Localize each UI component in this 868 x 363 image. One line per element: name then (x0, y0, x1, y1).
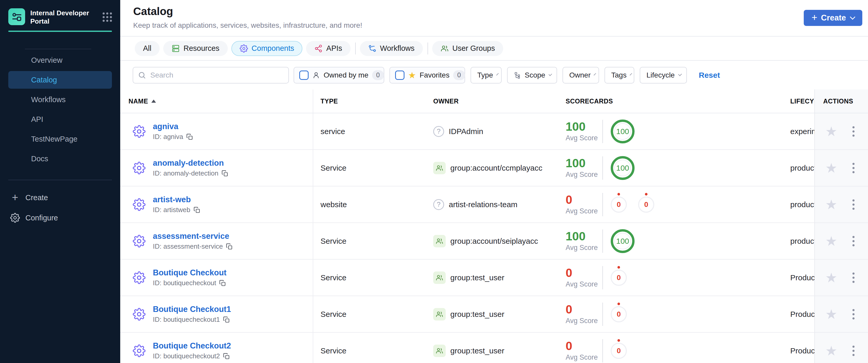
scorecard-ring: 100 (611, 156, 634, 180)
sidebar-item-overview[interactable]: Overview (8, 51, 112, 69)
dropdown-label: Type (477, 71, 493, 79)
chevron-down-icon (496, 73, 498, 75)
scope-dropdown[interactable]: Scope (507, 67, 557, 84)
avg-score-value: 100 (566, 121, 602, 132)
tab-apis[interactable]: APIs (306, 41, 350, 56)
owned-by-me-checkbox[interactable] (299, 70, 309, 80)
actions-cell: ★ (814, 186, 868, 222)
tab-workflows[interactable]: Workflows (360, 41, 423, 56)
favorite-star-icon[interactable]: ★ (825, 234, 837, 248)
sidebar-item-testnewpage[interactable]: TestNewPage (8, 130, 112, 148)
scorecards-cell: 0 Avg Score 0 (566, 260, 790, 296)
lifecycle-dropdown[interactable]: Lifecycle (640, 67, 687, 84)
column-header-owner: OWNER (433, 89, 566, 113)
sidebar-item-label: API (31, 115, 43, 124)
favorite-star-icon[interactable]: ★ (825, 125, 837, 138)
sidebar-divider (25, 49, 91, 49)
component-gear-icon (133, 235, 146, 248)
sidebar-create-button[interactable]: + Create (8, 188, 112, 207)
group-icon (433, 235, 446, 247)
avg-score-block: 0 Avg Score (566, 194, 602, 215)
favorite-star-icon[interactable]: ★ (825, 161, 837, 175)
copy-icon[interactable] (221, 170, 228, 177)
lifecycle-cell: Production (790, 333, 814, 363)
kebab-menu-icon[interactable] (851, 125, 856, 138)
type-dropdown[interactable]: Type (470, 67, 502, 84)
chevron-down-icon (594, 73, 596, 75)
component-id-row: ID: boutiquecheckout1 (153, 315, 231, 324)
name-cell: Boutique Checkout1 ID: boutiquecheckout1 (120, 296, 313, 332)
sidebar-item-docs[interactable]: Docs (8, 150, 112, 168)
app-logo (8, 8, 25, 25)
tab-user-groups[interactable]: User Groups (432, 41, 503, 56)
chevron-down-icon (850, 14, 855, 20)
tab-resources[interactable]: Resources (163, 41, 228, 56)
copy-icon[interactable] (193, 207, 200, 213)
copy-icon[interactable] (186, 133, 193, 140)
favorite-star-icon[interactable]: ★ (825, 307, 837, 321)
kebab-menu-icon[interactable] (851, 344, 856, 358)
copy-icon[interactable] (226, 243, 233, 250)
component-id-row: ID: agniva (153, 133, 193, 141)
table-row: Boutique Checkout2 ID: boutiquecheckout2… (120, 333, 868, 363)
owner-name: artist-relations-team (449, 200, 518, 209)
sidebar-item-workflows[interactable]: Workflows (8, 91, 112, 109)
create-button[interactable]: + Create (804, 10, 862, 26)
tab-components[interactable]: Components (231, 41, 302, 56)
component-name-link[interactable]: anomaly-detection (153, 158, 228, 168)
component-gear-icon (133, 344, 146, 357)
score-divider (602, 339, 603, 362)
component-name-link[interactable]: Boutique Checkout2 (153, 341, 231, 351)
kebab-menu-icon[interactable] (851, 198, 856, 211)
lifecycle-value: Production (790, 310, 814, 319)
kebab-menu-icon[interactable] (851, 234, 856, 248)
favorite-star-icon[interactable]: ★ (825, 198, 837, 211)
sidebar-item-label: Catalog (31, 76, 57, 84)
favorite-star-icon[interactable]: ★ (825, 344, 837, 358)
apps-grid-icon[interactable] (103, 12, 112, 22)
dropdown-label: Tags (611, 71, 626, 79)
sidebar-footer: + Create Configure (8, 188, 112, 229)
favorites-label: Favorites (420, 71, 449, 79)
copy-icon[interactable] (219, 280, 226, 286)
kebab-menu-icon[interactable] (851, 161, 856, 175)
avg-score-label: Avg Score (566, 244, 602, 252)
avg-score-value: 100 (566, 230, 602, 242)
name-block: agniva ID: agniva (153, 122, 193, 141)
scorecards-cell: 0 Avg Score 0 (566, 333, 790, 363)
component-name-link[interactable]: Boutique Checkout (153, 268, 226, 277)
name-block: Boutique Checkout ID: boutiquecheckout (153, 268, 226, 287)
column-header-name[interactable]: NAME (120, 89, 313, 113)
dropdown-label: Scope (525, 71, 545, 79)
search-input[interactable] (150, 71, 284, 80)
kebab-menu-icon[interactable] (851, 271, 856, 284)
sidebar-item-api[interactable]: API (8, 111, 112, 128)
page-title: Catalog (133, 0, 868, 18)
favorites-checkbox[interactable] (395, 70, 404, 80)
component-name-link[interactable]: agniva (153, 122, 193, 131)
copy-icon[interactable] (223, 353, 230, 360)
component-name-link[interactable]: assessment-service (153, 232, 233, 241)
tab-divider (355, 42, 356, 55)
type-cell: Service (313, 150, 433, 186)
tab-all[interactable]: All (135, 41, 160, 56)
component-name-link[interactable]: artist-web (153, 195, 200, 204)
tags-dropdown[interactable]: Tags (604, 67, 634, 84)
favorites-filter[interactable]: ★ Favorites 0 (390, 67, 465, 84)
avg-score-block: 100 Avg Score (566, 121, 602, 142)
avg-score-value: 0 (566, 340, 602, 352)
actions-cell: ★ (814, 150, 868, 186)
reset-filters-link[interactable]: Reset (699, 71, 720, 80)
name-block: Boutique Checkout2 ID: boutiquecheckout2 (153, 341, 231, 360)
component-name-link[interactable]: Boutique Checkout1 (153, 305, 231, 314)
sidebar-item-catalog[interactable]: Catalog (8, 71, 112, 89)
owned-by-me-filter[interactable]: Owned by me 0 (293, 67, 384, 84)
owner-dropdown[interactable]: Owner (562, 67, 599, 84)
component-id: ID: boutiquecheckout1 (153, 315, 220, 324)
avg-score-value: 100 (566, 157, 602, 169)
copy-icon[interactable] (223, 316, 230, 323)
favorite-star-icon[interactable]: ★ (825, 271, 837, 284)
component-id: ID: boutiquecheckout2 (153, 352, 220, 360)
sidebar-configure-button[interactable]: Configure (8, 209, 112, 227)
kebab-menu-icon[interactable] (851, 307, 856, 321)
